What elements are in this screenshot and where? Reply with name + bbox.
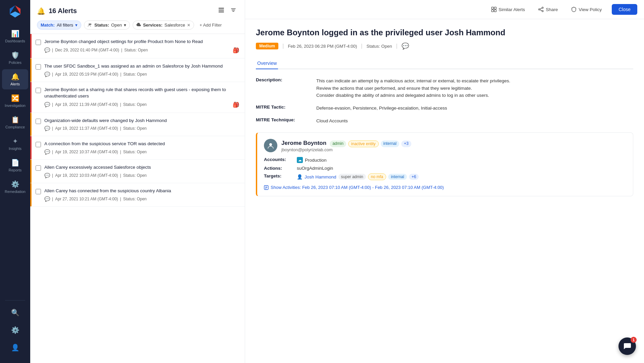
sidebar-item-policies[interactable]: 🛡️ Policies <box>2 48 28 68</box>
cloud-icon <box>136 23 141 28</box>
meta-separator: | <box>120 72 121 77</box>
alert-title: A connection from the suspicious service… <box>44 141 239 147</box>
compliance-icon: 📋 <box>11 116 19 124</box>
alert-timestamp: Apr 19, 2022 05:19 PM (GMT-4:00) <box>55 72 118 77</box>
close-button[interactable]: Close <box>612 4 637 15</box>
reports-icon: 📄 <box>11 159 19 167</box>
similar-alerts-icon <box>491 7 497 12</box>
alerts-list: Jerome Boynton changed object settings f… <box>30 34 245 363</box>
svg-rect-3 <box>219 8 224 9</box>
severity-bar <box>30 160 32 183</box>
targets-value: 👤 Josh Hammond super admin no mfa intern… <box>297 173 626 180</box>
share-label: Share <box>546 7 558 12</box>
service-filter-chip[interactable]: Services: Salesforce ✕ <box>133 21 194 30</box>
entity-tags: admin inactive entity internal +3 <box>330 140 411 147</box>
alert-title: The user SFDC Sandbox_1 was assigned as … <box>44 63 239 70</box>
severity-bar <box>30 113 32 136</box>
alert-checkbox[interactable] <box>36 88 41 93</box>
alert-item[interactable]: Allen Carey has connected from the suspi… <box>30 183 245 207</box>
chat-icon: 💬 <box>44 47 50 53</box>
search-icon: 🔍 <box>11 309 19 317</box>
sidebar-item-remediation[interactable]: ⚙️ Remediation <box>2 177 28 197</box>
alerts-title: 🔔 16 Alerts <box>37 7 77 15</box>
sidebar-item-alerts[interactable]: 🔔 Alerts <box>2 69 28 89</box>
chat-widget[interactable]: 1 <box>618 337 636 355</box>
sidebar-item-insights[interactable]: ✦ Insights <box>2 134 28 154</box>
alert-item[interactable]: A connection from the suspicious service… <box>30 136 245 160</box>
detail-meta-row: Medium | Feb 26, 2023 06:28 PM (GMT-4:00… <box>256 42 633 50</box>
actions-value: suOrgAdminLogin <box>297 166 626 171</box>
meta-separator: | <box>120 102 121 107</box>
sidebar-item-investigation[interactable]: 🔀 Investigation <box>2 91 28 111</box>
alert-body: Organization-wide defaults were changed … <box>44 118 239 131</box>
policy-icon <box>571 7 577 12</box>
desc-line-3: Consider disabling the ability of admins… <box>316 93 489 98</box>
meta-sep: | <box>282 43 284 49</box>
chat-icon: 💬 <box>44 173 50 178</box>
chat-widget-icon <box>623 342 632 351</box>
layers-icon <box>218 7 225 13</box>
alert-checkbox[interactable] <box>36 165 41 171</box>
detail-status: Status: Open <box>366 44 392 49</box>
alert-meta: 💬 | Apr 19, 2022 10:03 AM (GMT-4:00) | S… <box>44 173 239 178</box>
desc-line-2: Review the actions that user performed, … <box>316 86 472 91</box>
chat-icon: 💬 <box>44 149 50 155</box>
severity-bar <box>30 136 32 159</box>
alert-body: The user SFDC Sandbox_1 was assigned as … <box>44 63 239 77</box>
target-name-link[interactable]: Josh Hammond <box>305 174 336 179</box>
chat-icon: 💬 <box>44 72 50 77</box>
sort-icon-button[interactable] <box>229 5 238 16</box>
detail-chat-icon[interactable]: 💬 <box>402 42 409 50</box>
sidebar-item-label: Alerts <box>10 82 20 86</box>
severity-bar <box>30 183 32 206</box>
sidebar-item-reports[interactable]: 📄 Reports <box>2 155 28 175</box>
match-filter-value: All filters <box>57 23 73 28</box>
show-activities-button[interactable]: Show Activities: Feb 26, 2023 07:10 AM (… <box>264 185 626 190</box>
match-filter-chip[interactable]: Match: All filters ▾ <box>37 21 81 30</box>
investigation-icon: 🔀 <box>11 94 19 102</box>
mitre-tactic-value: Defense-evasion, Persistence, Privilege-… <box>316 105 633 112</box>
alert-item[interactable]: Allen Carey excessively accessed Salesfo… <box>30 160 245 183</box>
sidebar-user[interactable]: 👤 <box>2 340 28 355</box>
detail-content: Jerome Boynton logged in as the privileg… <box>245 19 644 363</box>
svg-point-14 <box>542 10 543 12</box>
meta-separator: | <box>52 197 53 201</box>
service-filter-close[interactable]: ✕ <box>187 23 190 28</box>
logo[interactable] <box>8 4 22 20</box>
alert-item[interactable]: Organization-wide defaults were changed … <box>30 113 245 136</box>
similar-alerts-button[interactable]: Similar Alerts <box>488 5 528 14</box>
sidebar: 📊 Dashboards 🛡️ Policies 🔔 Alerts 🔀 Inve… <box>0 0 30 363</box>
severity-bar <box>30 82 32 113</box>
add-filter-button[interactable]: + Add Filter <box>197 21 224 29</box>
sidebar-item-compliance[interactable]: 📋 Compliance <box>2 112 28 132</box>
alert-checkbox[interactable] <box>36 119 41 124</box>
stack-icon-button[interactable] <box>217 5 226 16</box>
alert-timestamp: Apr 19, 2022 11:37 AM (GMT-4:00) <box>55 126 118 131</box>
status-filter-chip[interactable]: Status: Open ▾ <box>84 21 130 30</box>
alert-checkbox[interactable] <box>36 64 41 70</box>
match-filter-chevron: ▾ <box>75 23 78 28</box>
alert-checkbox[interactable] <box>36 142 41 147</box>
person-icon <box>267 142 274 149</box>
entity-email: jboynton@polyrizelab.com <box>281 147 411 152</box>
alert-checkbox[interactable] <box>36 40 41 45</box>
sidebar-item-dashboards[interactable]: 📊 Dashboards <box>2 26 28 46</box>
entity-name: Jerome Boynton <box>281 140 326 147</box>
salesforce-icon: ☁ <box>297 157 303 163</box>
similar-alerts-label: Similar Alerts <box>499 7 525 12</box>
view-policy-button[interactable]: View Policy <box>568 5 605 14</box>
alert-item[interactable]: Jerome Boynton set a sharing rule that s… <box>30 82 245 113</box>
sidebar-settings[interactable]: ⚙️ <box>2 323 28 337</box>
alert-item[interactable]: Jerome Boynton changed object settings f… <box>30 34 245 58</box>
sidebar-search[interactable]: 🔍 <box>2 305 28 320</box>
alert-item[interactable]: The user SFDC Sandbox_1 was assigned as … <box>30 58 245 82</box>
meta-separator: | <box>120 197 121 201</box>
alert-timestamp: Apr 27, 2021 10:21 AM (GMT-4:00) <box>55 197 118 201</box>
alert-status: Status: Open <box>123 126 147 131</box>
accounts-value: ☁ Production <box>297 157 626 163</box>
share-button[interactable]: Share <box>535 5 561 14</box>
overview-grid: Description: This can indicate an attemp… <box>256 77 633 124</box>
svg-rect-11 <box>494 10 496 12</box>
alert-checkbox[interactable] <box>36 189 41 194</box>
tab-overview[interactable]: Overview <box>256 58 278 69</box>
